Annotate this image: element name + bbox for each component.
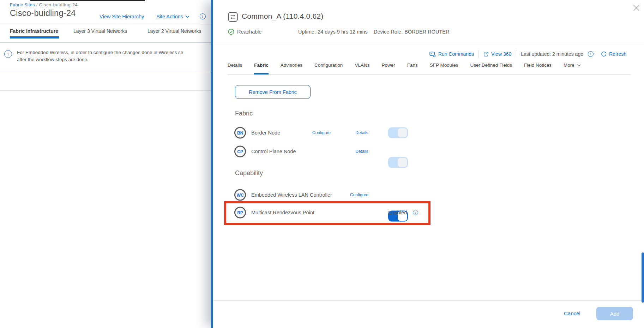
multicast-rp-label: Multicast Rendezvous Point [251, 210, 314, 215]
border-node-row: BN Border Node Configure Details [213, 0, 644, 11]
uptime-status: Uptime: 24 days 9 hrs 12 mins [298, 29, 368, 35]
tab-power[interactable]: Power [381, 62, 395, 74]
device-role-status: Device Role: BORDER ROUTER [374, 29, 450, 35]
view-360-link[interactable]: View 360 [483, 51, 511, 57]
tab-more-label: More [564, 62, 574, 68]
vertical-divider [516, 50, 516, 58]
breadcrumb-separator: / [36, 2, 38, 7]
vertical-divider [479, 50, 479, 58]
check-circle-icon [228, 29, 234, 35]
tab-configuration[interactable]: Configuration [314, 62, 343, 74]
tab-fans[interactable]: Fans [407, 62, 418, 74]
panel-action-bar: Run Commands View 360 Last updated: 2 mi… [429, 49, 626, 59]
multicast-rp-status: Enabled [388, 210, 407, 215]
border-node-label: Border Node [251, 130, 280, 136]
run-commands-button[interactable]: Run Commands [429, 51, 474, 57]
tab-vlans[interactable]: VLANs [355, 62, 369, 74]
page-title: Cisco-buidling-24 [10, 8, 76, 18]
uptime-value: 24 days 9 hrs 12 mins [318, 29, 368, 35]
border-node-details-link[interactable]: Details [355, 130, 368, 135]
fabric-section-heading: Fabric [235, 110, 253, 117]
run-commands-label: Run Commands [438, 51, 474, 57]
device-detail-panel: Common_A (110.4.0.62) Reachable Uptime: … [211, 0, 644, 328]
view-site-hierarchy-label: View Site Hierarchy [100, 14, 144, 19]
chevron-down-icon [577, 64, 581, 67]
remove-from-fabric-button[interactable]: Remove From Fabric [235, 85, 311, 99]
tab-layer2-virtual-networks[interactable]: Layer 2 Virtual Networks [148, 28, 201, 34]
wireless-controller-badge: WC [234, 189, 246, 201]
banner-info-icon: i [4, 50, 12, 58]
tab-layer3-virtual-networks[interactable]: Layer 3 Virtual Networks [73, 28, 127, 34]
wireless-controller-label: Embedded Wireless LAN Controller [251, 192, 332, 198]
reachability-label: Reachable [237, 29, 261, 35]
tab-details[interactable]: Details [228, 62, 242, 74]
add-button[interactable]: Add [596, 307, 633, 320]
refresh-icon [601, 51, 607, 57]
breadcrumb: Fabric Sites / Cisco-buidling-24 [10, 2, 78, 7]
capability-section-heading: Capability [235, 169, 263, 177]
control-plane-details-link[interactable]: Details [355, 149, 368, 154]
tab-fabric-infrastructure[interactable]: Fabric Infrastructure [10, 28, 58, 34]
multicast-rp-badge: RP [234, 207, 246, 219]
device-icon [228, 12, 238, 22]
reachability-status: Reachable [228, 29, 261, 35]
device-title: Common_A (110.4.0.62) [242, 12, 323, 20]
breadcrumb-current: Cisco-buidling-24 [39, 2, 78, 7]
last-updated-info-icon[interactable]: i [588, 51, 594, 57]
banner-text-line1: For Embedded Wireless, in order to confi… [17, 49, 183, 56]
tab-user-defined-fields[interactable]: User Defined Fields [470, 62, 512, 74]
tab-field-notices[interactable]: Field Notices [524, 62, 552, 74]
top-edge-artifact [30, 0, 145, 1]
last-updated-label: Last updated: [521, 51, 551, 57]
view-360-label: View 360 [491, 51, 511, 57]
site-actions-label: Site Actions [156, 14, 183, 19]
toggle-knob [398, 128, 407, 138]
chevron-down-icon [185, 15, 189, 18]
multicast-rp-info-icon[interactable]: i [413, 210, 418, 215]
border-node-badge: BN [234, 127, 246, 139]
wireless-controller-configure-link[interactable]: Configure [350, 192, 368, 197]
view-site-hierarchy-link[interactable]: View Site Hierarchy [100, 14, 144, 19]
banner-text-line2: after the workflow steps are done. [17, 56, 183, 63]
panel-header-divider [213, 45, 644, 45]
last-updated-text: Last updated: 2 minutes ago [521, 51, 583, 57]
site-actions-button[interactable]: Site Actions [156, 14, 189, 19]
device-role-value: BORDER ROUTER [404, 29, 449, 35]
border-node-configure-link[interactable]: Configure [312, 130, 331, 135]
scrollbar-thumb[interactable] [642, 252, 644, 303]
control-plane-toggle[interactable] [388, 157, 408, 168]
external-link-icon [483, 52, 489, 57]
tab-advisories[interactable]: Advisories [281, 62, 302, 74]
footer-divider [213, 300, 644, 301]
border-node-toggle[interactable] [388, 127, 408, 138]
close-icon[interactable] [633, 5, 639, 11]
cancel-button[interactable]: Cancel [564, 310, 580, 316]
refresh-button[interactable]: Refresh [601, 51, 626, 57]
control-plane-label: Control Plane Node [251, 149, 296, 154]
device-detail-tabs: Details Fabric Advisories Configuration … [228, 62, 631, 74]
info-icon[interactable]: i [200, 13, 206, 19]
tab-more[interactable]: More [564, 62, 581, 74]
uptime-label: Uptime: [298, 29, 316, 35]
toggle-knob [398, 158, 407, 167]
active-tab-underline [10, 36, 59, 38]
device-role-label: Device Role: [374, 29, 403, 35]
tab-sfp-modules[interactable]: SFP Modules [430, 62, 458, 74]
terminal-icon [429, 51, 436, 57]
last-updated-value: 2 minutes ago [552, 51, 583, 57]
banner-text: For Embedded Wireless, in order to confi… [17, 49, 183, 63]
control-plane-badge: CP [234, 146, 246, 157]
tab-fabric[interactable]: Fabric [254, 62, 269, 74]
refresh-label: Refresh [609, 51, 626, 57]
breadcrumb-fabric-sites[interactable]: Fabric Sites [10, 2, 35, 7]
